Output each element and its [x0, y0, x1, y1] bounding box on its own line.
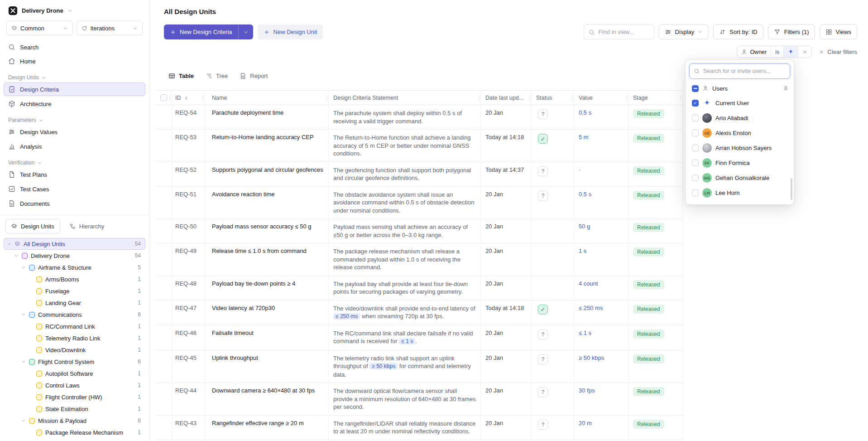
status-question-icon[interactable]: ?	[538, 109, 548, 119]
row-stage-cell[interactable]: Released	[628, 350, 683, 383]
user-list-item[interactable]: LH Lee Horn	[689, 185, 790, 200]
column-header-date[interactable]: Date last upd... ⋮	[481, 91, 532, 105]
user-checkbox[interactable]	[692, 145, 699, 151]
row-stage-cell[interactable]: Released	[628, 416, 683, 440]
chevron-down-icon[interactable]	[21, 312, 29, 318]
user-list-item[interactable]: GG Gehan Gonsalkorale	[689, 170, 790, 185]
column-header-statement[interactable]: Design Criteria Statement ⋮	[329, 91, 481, 105]
column-resize-handle[interactable]: ⋮	[624, 95, 628, 101]
user-checkbox[interactable]	[692, 130, 699, 136]
tree-item[interactable]: Airframe & Structure 5	[4, 262, 145, 273]
user-list-item[interactable]: AE Alexis Enston	[689, 126, 790, 141]
status-question-icon[interactable]: ?	[538, 166, 548, 176]
section-parameters[interactable]: Parameters	[8, 117, 141, 123]
select-all-checkbox[interactable]	[160, 94, 167, 101]
user-search-input[interactable]	[703, 68, 786, 74]
column-resize-handle[interactable]: ⋮	[527, 95, 532, 101]
status-check-icon[interactable]: ✓	[538, 305, 548, 315]
find-in-view-input[interactable]	[599, 29, 649, 35]
row-value[interactable]: 4 count	[574, 276, 628, 300]
tab-tree[interactable]: Tree	[206, 73, 228, 79]
row-stage-cell[interactable]: Released	[628, 325, 683, 350]
sort-button[interactable]: Sort by: ID	[713, 24, 763, 39]
tree-item[interactable]: Flight Control System 6	[4, 356, 145, 368]
tree-item[interactable]: Package Release Mechanism 1	[4, 426, 145, 438]
row-status-cell[interactable]: ✓	[532, 300, 574, 325]
table-row[interactable]: REQ-51 Avoidance reaction time The obsta…	[156, 187, 683, 219]
column-header-value[interactable]: Value ⋮	[574, 91, 628, 105]
row-stage-cell[interactable]: Released	[628, 276, 683, 300]
row-value[interactable]: ≤ 250 ms	[574, 300, 628, 325]
sidebar-item-home[interactable]: Home	[4, 54, 145, 68]
chevron-down-icon[interactable]	[21, 359, 29, 365]
row-value[interactable]: 5 m	[574, 130, 628, 162]
filter-value-current-user[interactable]	[784, 46, 798, 58]
tree-item[interactable]: Mission & Payload 8	[4, 415, 145, 426]
row-stage-cell[interactable]: Released	[628, 383, 683, 415]
row-stage-cell[interactable]: Released	[628, 300, 683, 325]
row-checkbox-cell[interactable]	[156, 350, 172, 383]
new-design-unit-button[interactable]: New Design Unit	[258, 24, 323, 39]
status-question-icon[interactable]: ?	[538, 420, 548, 430]
table-row[interactable]: REQ-48 Payload bay tie-down points ≥ 4 T…	[156, 276, 683, 300]
table-row[interactable]: REQ-43 Rangefinder effective range ≥ 20 …	[156, 416, 683, 440]
row-status-cell[interactable]: ?	[532, 350, 574, 383]
views-button[interactable]: Views	[820, 24, 857, 39]
tab-design-units[interactable]: Design Units	[5, 219, 60, 233]
user-checkbox[interactable]	[692, 189, 699, 196]
row-checkbox-cell[interactable]	[156, 416, 172, 440]
filter-field[interactable]: Owner	[737, 46, 771, 58]
tab-hierarchy[interactable]: Hierarchy	[64, 219, 110, 233]
column-header-status[interactable]: Status ⋮	[532, 91, 574, 105]
tree-item[interactable]: Communications 6	[4, 309, 145, 320]
tree-item[interactable]: All Design Units 54	[4, 238, 145, 250]
column-resize-handle[interactable]: ⋮	[200, 95, 205, 101]
tree-item[interactable]: Payload Bay 1	[4, 438, 145, 441]
user-list-item[interactable]: Ario Aliabadi	[689, 111, 790, 126]
sidebar-item-architecture[interactable]: Architecture	[4, 97, 145, 111]
row-checkbox-cell[interactable]	[156, 130, 172, 162]
tab-report[interactable]: Report	[240, 73, 268, 79]
user-list-item[interactable]: Arran Hobson Sayers	[689, 141, 790, 155]
chevron-down-icon[interactable]	[6, 241, 14, 247]
row-value[interactable]: 50 g	[574, 219, 628, 243]
row-value[interactable]: -	[574, 162, 628, 186]
user-checkbox[interactable]	[692, 160, 699, 166]
section-design-units[interactable]: Design Units	[8, 74, 141, 81]
row-name[interactable]: Supports polygonal and circular geofence…	[205, 162, 329, 186]
column-resize-handle[interactable]: ⋮	[168, 95, 172, 101]
status-question-icon[interactable]: ?	[538, 330, 548, 339]
filters-button[interactable]: Filters (1)	[768, 24, 815, 39]
row-status-cell[interactable]: ?	[532, 162, 574, 186]
user-checkbox[interactable]	[692, 174, 699, 181]
status-question-icon[interactable]: ?	[538, 387, 548, 397]
row-checkbox-cell[interactable]	[156, 276, 172, 300]
sidebar-item-design-values[interactable]: Design Values	[4, 125, 145, 139]
row-status-cell[interactable]: ?	[532, 187, 574, 219]
sidebar-item-search[interactable]: Search	[4, 40, 145, 54]
row-status-cell[interactable]	[532, 276, 574, 300]
tree-item[interactable]: Video/Downlink 1	[4, 344, 145, 356]
row-name[interactable]: Payload mass sensor accuracy ≤ 50 g	[205, 219, 329, 243]
user-search[interactable]	[689, 63, 790, 79]
common-select[interactable]: Common	[6, 21, 73, 35]
row-name[interactable]: Video latency at 720p30	[205, 300, 329, 325]
column-resize-handle[interactable]: ⋮	[476, 95, 481, 101]
row-status-cell[interactable]: ?	[532, 325, 574, 350]
column-resize-handle[interactable]: ⋮	[570, 95, 574, 101]
user-checkbox[interactable]	[692, 115, 699, 121]
row-name[interactable]: Return-to-Home landing accuracy CEP	[205, 130, 329, 162]
user-checkbox[interactable]	[692, 100, 699, 107]
row-checkbox-cell[interactable]	[156, 219, 172, 243]
row-value[interactable]: 1 s	[574, 243, 628, 276]
row-value[interactable]: 20 m	[574, 416, 628, 440]
table-row[interactable]: REQ-52 Supports polygonal and circular g…	[156, 162, 683, 187]
sidebar-item-test-plans[interactable]: Test Plans	[4, 168, 145, 181]
row-value[interactable]: 0.5 s	[574, 187, 628, 219]
filter-operator[interactable]: is	[771, 46, 784, 58]
tree-item[interactable]: Arms/Booms 1	[4, 273, 145, 285]
display-button[interactable]: Display	[659, 24, 709, 39]
row-name[interactable]: Rangefinder effective range ≥ 20 m	[205, 416, 329, 440]
row-checkbox-cell[interactable]	[156, 383, 172, 415]
sidebar-item-analysis[interactable]: Analysis	[4, 140, 145, 153]
